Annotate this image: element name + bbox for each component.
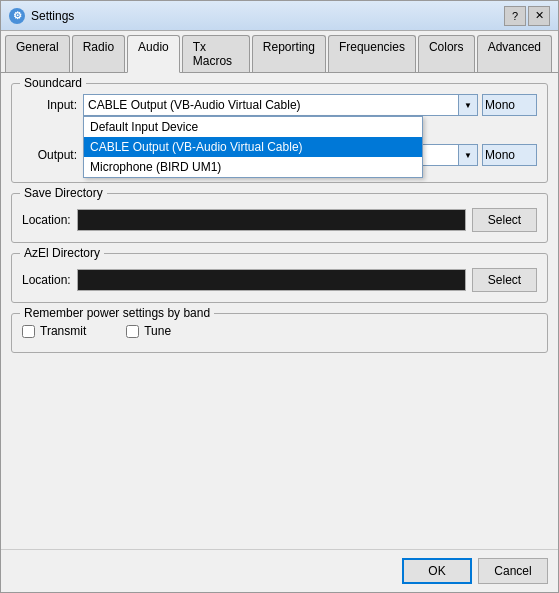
azel-location-label: Location: bbox=[22, 273, 71, 287]
power-settings-group: Remember power settings by band Transmit… bbox=[11, 313, 548, 353]
title-bar: ⚙ Settings ? ✕ bbox=[1, 1, 558, 31]
input-label: Input: bbox=[22, 98, 77, 112]
azel-directory-group: AzEl Directory Location: Select bbox=[11, 253, 548, 303]
input-dropdown-arrow[interactable]: ▼ bbox=[458, 94, 478, 116]
tab-content: Soundcard Input: CABLE Output (VB-Audio … bbox=[1, 73, 558, 549]
soundcard-group: Soundcard Input: CABLE Output (VB-Audio … bbox=[11, 83, 548, 183]
tab-radio[interactable]: Radio bbox=[72, 35, 125, 72]
transmit-checkbox-item: Transmit bbox=[22, 324, 86, 338]
save-select-button[interactable]: Select bbox=[472, 208, 537, 232]
dropdown-item-default[interactable]: Default Input Device bbox=[84, 117, 422, 137]
soundcard-label: Soundcard bbox=[20, 76, 86, 90]
tab-reporting[interactable]: Reporting bbox=[252, 35, 326, 72]
tab-advanced[interactable]: Advanced bbox=[477, 35, 552, 72]
save-directory-group: Save Directory Location: Select bbox=[11, 193, 548, 243]
window-title: Settings bbox=[31, 9, 504, 23]
ok-button[interactable]: OK bbox=[402, 558, 472, 584]
azel-select-button[interactable]: Select bbox=[472, 268, 537, 292]
footer: OK Cancel bbox=[1, 549, 558, 592]
input-mono-select[interactable]: Mono bbox=[482, 94, 537, 116]
tune-label: Tune bbox=[144, 324, 171, 338]
azel-location-value bbox=[77, 269, 466, 291]
save-location-value bbox=[77, 209, 466, 231]
settings-window: ⚙ Settings ? ✕ General Radio Audio Tx Ma… bbox=[0, 0, 559, 593]
save-location-label: Location: bbox=[22, 213, 71, 227]
tab-general[interactable]: General bbox=[5, 35, 70, 72]
help-button[interactable]: ? bbox=[504, 6, 526, 26]
tab-colors[interactable]: Colors bbox=[418, 35, 475, 72]
input-dropdown-wrapper: CABLE Output (VB-Audio Virtual Cable) ▼ … bbox=[83, 94, 478, 116]
close-button[interactable]: ✕ bbox=[528, 6, 550, 26]
save-location-row: Location: Select bbox=[22, 208, 537, 232]
tab-bar: General Radio Audio Tx Macros Reporting … bbox=[1, 31, 558, 73]
dropdown-item-cable[interactable]: CABLE Output (VB-Audio Virtual Cable) bbox=[84, 137, 422, 157]
tab-tx-macros[interactable]: Tx Macros bbox=[182, 35, 250, 72]
input-dropdown-list: Default Input Device CABLE Output (VB-Au… bbox=[83, 116, 423, 178]
cancel-button[interactable]: Cancel bbox=[478, 558, 548, 584]
azel-directory-label: AzEl Directory bbox=[20, 246, 104, 260]
save-directory-label: Save Directory bbox=[20, 186, 107, 200]
azel-location-row: Location: Select bbox=[22, 268, 537, 292]
tab-frequencies[interactable]: Frequencies bbox=[328, 35, 416, 72]
power-settings-label: Remember power settings by band bbox=[20, 306, 214, 320]
transmit-label: Transmit bbox=[40, 324, 86, 338]
input-dropdown[interactable]: CABLE Output (VB-Audio Virtual Cable) bbox=[83, 94, 478, 116]
output-label: Output: bbox=[22, 148, 77, 162]
tune-checkbox[interactable] bbox=[126, 325, 139, 338]
tab-audio[interactable]: Audio bbox=[127, 35, 180, 73]
title-bar-controls: ? ✕ bbox=[504, 6, 550, 26]
input-dropdown-value: CABLE Output (VB-Audio Virtual Cable) bbox=[88, 98, 473, 112]
output-dropdown-arrow[interactable]: ▼ bbox=[458, 144, 478, 166]
input-row: Input: CABLE Output (VB-Audio Virtual Ca… bbox=[22, 94, 537, 116]
tune-checkbox-item: Tune bbox=[126, 324, 171, 338]
window-icon: ⚙ bbox=[9, 8, 25, 24]
transmit-checkbox[interactable] bbox=[22, 325, 35, 338]
dropdown-item-microphone[interactable]: Microphone (BIRD UM1) bbox=[84, 157, 422, 177]
output-mono-select[interactable]: Mono bbox=[482, 144, 537, 166]
power-checkboxes-row: Transmit Tune bbox=[22, 324, 537, 338]
